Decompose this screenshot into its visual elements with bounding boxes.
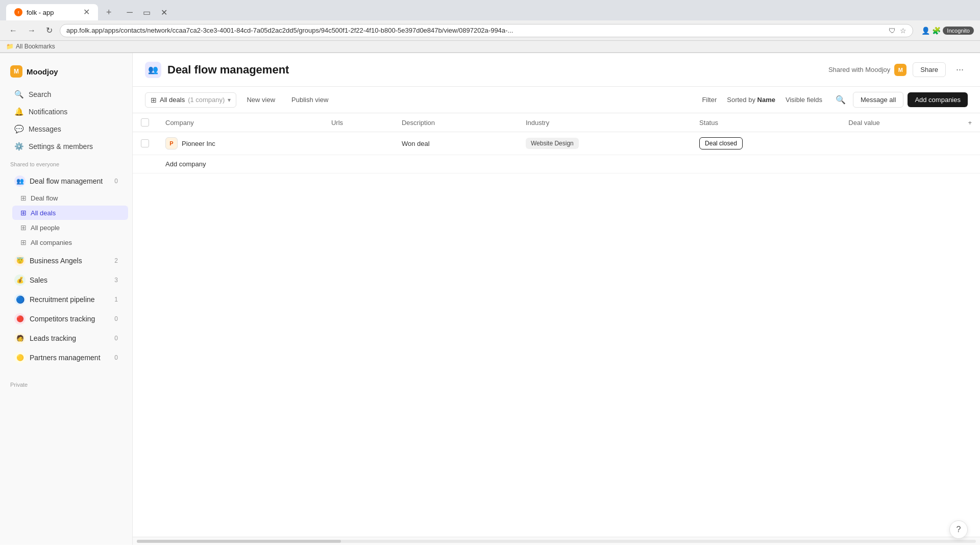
sidebar-item-notifications[interactable]: 🔔 Notifications xyxy=(4,104,128,120)
browser-tab[interactable]: f folk - app ✕ xyxy=(6,4,98,20)
add-company-cell[interactable]: Add company xyxy=(157,155,323,173)
more-options-button[interactable]: ··· xyxy=(952,61,968,78)
sidebar-group-header-leads[interactable]: 🧑 Leads tracking 0 xyxy=(4,329,128,347)
view-dropdown-arrow-icon: ▾ xyxy=(228,96,231,104)
description-cell: Won deal xyxy=(394,132,518,155)
message-all-button[interactable]: Message all xyxy=(853,92,903,108)
status-cell[interactable]: Deal closed xyxy=(691,132,840,155)
sidebar-brand[interactable]: M Moodjoy xyxy=(0,61,132,86)
sidebar-item-settings[interactable]: ⚙️ Settings & members xyxy=(4,138,128,155)
leads-icon: 🧑 xyxy=(14,333,26,344)
tab-favicon: f xyxy=(14,8,22,16)
sidebar-item-messages[interactable]: 💬 Messages xyxy=(4,121,128,137)
deal-flow-management-count: 0 xyxy=(114,178,118,185)
table-container: Company Urls Description Industry Status… xyxy=(133,113,980,537)
bookmarks-folder-icon: 📁 xyxy=(6,43,14,50)
help-button[interactable]: ? xyxy=(949,520,968,539)
add-companies-button[interactable]: Add companies xyxy=(908,92,968,107)
sidebar-child-all-deals[interactable]: ⊞ All deals xyxy=(12,206,128,220)
filter-button[interactable]: Filter xyxy=(696,93,723,107)
add-column-button[interactable]: + xyxy=(960,113,980,132)
scrollbar-area xyxy=(133,537,980,545)
partners-count: 0 xyxy=(114,354,118,361)
sidebar-group-children-deal-flow: ⊞ Deal flow ⊞ All deals ⊞ All people ⊞ A… xyxy=(0,191,132,249)
view-grid-icon: ⊞ xyxy=(151,96,157,104)
page-title: Deal flow management xyxy=(167,63,289,77)
tab-close-button[interactable]: ✕ xyxy=(83,8,90,16)
reload-button[interactable]: ↻ xyxy=(43,23,56,37)
sidebar-settings-label: Settings & members xyxy=(29,142,93,151)
search-table-button[interactable]: 🔍 xyxy=(832,92,849,108)
business-angels-count: 2 xyxy=(114,257,118,264)
extensions-icon[interactable]: 🧩 xyxy=(932,27,941,35)
minimize-button[interactable]: ─ xyxy=(124,6,136,19)
new-view-button[interactable]: New view xyxy=(240,93,281,107)
publish-view-button[interactable]: Publish view xyxy=(285,93,334,107)
all-companies-icon: ⊞ xyxy=(20,238,27,246)
status-badge[interactable]: Deal closed xyxy=(699,137,743,149)
page-icon: 👥 xyxy=(145,62,161,78)
visible-fields-button[interactable]: Visible fields xyxy=(779,93,828,107)
all-deals-icon: ⊞ xyxy=(20,209,27,217)
recruitment-icon: 🔵 xyxy=(14,294,26,305)
back-button[interactable]: ← xyxy=(6,24,20,37)
sidebar-child-deal-flow[interactable]: ⊞ Deal flow xyxy=(12,191,128,205)
bookmarks-label[interactable]: All Bookmarks xyxy=(16,43,55,50)
sidebar-group-header-business-angels[interactable]: 😇 Business Angels 2 xyxy=(4,252,128,270)
table-header: Company Urls Description Industry Status… xyxy=(133,113,980,132)
all-people-label: All people xyxy=(31,224,60,232)
view-label: All deals xyxy=(160,96,185,104)
recruitment-count: 1 xyxy=(114,296,118,303)
brand-icon: M xyxy=(10,65,22,78)
sidebar-group-header-sales[interactable]: 💰 Sales 3 xyxy=(4,271,128,289)
share-button[interactable]: Share xyxy=(913,62,946,77)
shared-avatar: M xyxy=(894,64,906,76)
company-cell: P Pioneer Inc xyxy=(157,132,323,155)
industry-badge: Website Design xyxy=(526,138,579,149)
sidebar-child-all-people[interactable]: ⊞ All people xyxy=(12,220,128,235)
forward-button[interactable]: → xyxy=(24,24,39,37)
company-name[interactable]: Pioneer Inc xyxy=(182,140,215,147)
tab-title: folk - app xyxy=(27,9,54,16)
scrollbar-track[interactable] xyxy=(137,540,976,543)
competitors-count: 0 xyxy=(114,315,118,322)
sidebar-group-header-recruitment[interactable]: 🔵 Recruitment pipeline 1 xyxy=(4,290,128,309)
all-deals-label: All deals xyxy=(31,209,56,217)
view-selector[interactable]: ⊞ All deals (1 company) ▾ xyxy=(145,92,236,108)
star-icon[interactable]: ☆ xyxy=(900,27,906,35)
sidebar-child-all-companies[interactable]: ⊞ All companies xyxy=(12,235,128,249)
profile-icon[interactable]: 👤 xyxy=(921,27,930,35)
maximize-button[interactable]: ▭ xyxy=(140,6,154,19)
close-window-button[interactable]: ✕ xyxy=(158,6,170,19)
sidebar: M Moodjoy 🔍 Search 🔔 Notifications 💬 Mes… xyxy=(0,53,133,545)
shared-with-label: Shared with Moodjoy xyxy=(828,66,890,73)
incognito-badge: Incognito xyxy=(943,27,974,35)
browser-titlebar: f folk - app ✕ + ─ ▭ ✕ xyxy=(0,0,980,20)
sidebar-shared-section-title: Shared to everyone xyxy=(0,155,132,170)
sidebar-group-header-partners[interactable]: 🟡 Partners management 0 xyxy=(4,348,128,367)
url-bar[interactable]: app.folk.app/apps/contacts/network/ccaa7… xyxy=(60,24,913,37)
notifications-icon: 🔔 xyxy=(14,107,23,116)
add-company-label[interactable]: Add company xyxy=(165,160,206,168)
sorted-by-text: Sorted by Name xyxy=(727,96,775,104)
sidebar-item-search[interactable]: 🔍 Search xyxy=(4,86,128,103)
deal-value-cell xyxy=(840,132,960,155)
competitors-label: Competitors tracking xyxy=(30,315,95,323)
partners-icon: 🟡 xyxy=(14,352,26,363)
sidebar-group-header-competitors[interactable]: 🔴 Competitors tracking 0 xyxy=(4,310,128,328)
row-checkbox[interactable] xyxy=(141,139,149,147)
settings-icon: ⚙️ xyxy=(14,142,23,151)
sort-field: Name xyxy=(757,96,775,104)
industry-cell: Website Design xyxy=(518,132,691,155)
table-body: P Pioneer Inc Won deal Website Design xyxy=(133,132,980,173)
table-toolbar: ⊞ All deals (1 company) ▾ New view Publi… xyxy=(133,87,980,113)
col-header-company: Company xyxy=(157,113,323,132)
leads-count: 0 xyxy=(114,335,118,342)
select-all-checkbox[interactable] xyxy=(141,118,149,127)
deal-flow-child-icon: ⊞ xyxy=(20,194,27,202)
new-tab-button[interactable]: + xyxy=(102,5,116,20)
sales-count: 3 xyxy=(114,277,118,284)
col-header-description: Description xyxy=(394,113,518,132)
scrollbar-thumb[interactable] xyxy=(137,540,341,543)
sidebar-group-header-deal-flow[interactable]: 👥 Deal flow management 0 xyxy=(4,172,128,190)
